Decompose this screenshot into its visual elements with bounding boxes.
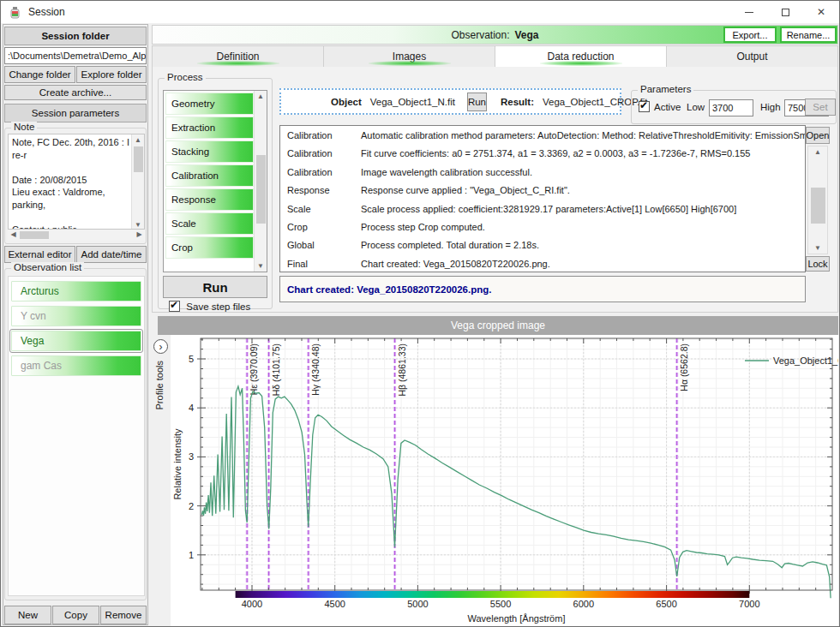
status-message: Chart created: Vega_20150820T220026.png. [279, 276, 806, 302]
svg-text:5500: 5500 [490, 599, 511, 609]
log-message: Chart created: Vega_20150820T220026.png. [361, 259, 550, 272]
svg-text:4: 4 [189, 403, 194, 413]
active-checkbox[interactable]: ✔ [639, 101, 650, 112]
app-window: Session ✕ Session folder :\Documents\Dem… [0, 0, 840, 627]
svg-text:Relative intensity: Relative intensity [172, 428, 183, 500]
process-step-label: Scale [166, 218, 196, 229]
session-parameters-button[interactable]: Session parameters [4, 104, 147, 122]
log-row: CalibrationAutomatic calibration method … [287, 130, 805, 148]
external-editor-button[interactable]: External editor [4, 246, 75, 263]
observation-list: ArcturusY cvnVegagam Cas [8, 276, 145, 596]
low-label: Low [687, 102, 705, 112]
tab-progress-indicator [369, 61, 451, 66]
app-icon [9, 6, 21, 19]
observation-name: gam Cas [12, 360, 62, 372]
note-text[interactable]: Note, FC Dec. 20th, 2016 : I re-r Date :… [12, 136, 130, 230]
high-label: High [760, 102, 781, 112]
session-folder-header: Session folder [4, 27, 147, 45]
log-stage: Final [287, 259, 361, 272]
svg-text:6500: 6500 [656, 599, 676, 609]
close-icon[interactable]: ✕ [803, 1, 839, 23]
sidebar: Session folder :\Documents\Demetra\Demo_… [3, 24, 148, 625]
observation-name: Vega [515, 29, 539, 41]
explore-folder-button[interactable]: Explore folder [76, 66, 147, 83]
title-bar: Session ✕ [1, 1, 839, 23]
svg-text:Hα (6562.8): Hα (6562.8) [679, 343, 689, 391]
folder-path-field[interactable]: :\Documents\Demetra\Demo_Alpy [4, 47, 147, 64]
svg-text:5000: 5000 [407, 599, 428, 609]
observation-list-groupbox: Observation list ArcturusY cvnVegagam Ca… [4, 268, 147, 600]
process-log: CalibrationAutomatic calibration method … [279, 125, 806, 272]
log-stage: Scale [287, 204, 361, 222]
log-stage: Global [287, 240, 361, 258]
svg-text:Hβ (4861.33): Hβ (4861.33) [397, 343, 407, 397]
object-label: Object [331, 97, 362, 107]
observation-label: Observation: [451, 29, 509, 41]
observation-item-arcturus[interactable]: Arcturus [11, 281, 141, 302]
save-step-files-row: ✔ Save step files [169, 301, 250, 313]
export-button[interactable]: Export... [723, 27, 777, 43]
low-field[interactable]: 3700 [709, 99, 753, 116]
svg-text:Wavelength [Ångström]: Wavelength [Ångström] [468, 613, 566, 624]
process-step-crop[interactable]: Crop [165, 236, 254, 259]
save-step-files-checkbox[interactable]: ✔ [169, 301, 180, 312]
copy-button[interactable]: Copy [52, 606, 99, 624]
log-stage: Calibration [287, 167, 361, 185]
log-message: Scale process applied: coefficient:32819… [361, 204, 736, 222]
active-label: Active [654, 102, 681, 112]
expand-chevron-icon[interactable]: › [153, 339, 168, 354]
log-message: Response curve applied : "Vega_Object_C_… [361, 185, 570, 203]
process-step-label: Geometry [166, 99, 215, 109]
add-datetime-button[interactable]: Add date/time [76, 246, 147, 263]
object-bar: Object Vega_Object1_N.fit Run Result: Ve… [279, 88, 621, 115]
process-step-extraction[interactable]: Extraction [165, 116, 254, 139]
observation-item-gam-cas[interactable]: gam Cas [11, 355, 141, 376]
open-button[interactable]: Open [806, 127, 830, 144]
process-step-geometry[interactable]: Geometry [165, 93, 254, 115]
note-hscrollbar[interactable]: ◀ ▶ [8, 230, 145, 241]
remove-button[interactable]: Remove [100, 606, 147, 624]
process-step-calibration[interactable]: Calibration [165, 164, 254, 187]
process-step-stacking[interactable]: Stacking [165, 140, 254, 163]
log-message: Process step Crop computed. [361, 222, 485, 240]
log-message: Fit curve coefficients: a0 = 2751.374, a… [361, 148, 750, 166]
parameters-label: Parameters [638, 84, 693, 94]
new-button[interactable]: New [4, 606, 51, 624]
svg-text:5: 5 [189, 354, 194, 364]
tab-progress-indicator [540, 61, 622, 66]
observation-list-label: Observation list [11, 262, 84, 272]
tab-images[interactable]: Images [324, 45, 495, 68]
spectrum-chart[interactable]: Hε (3970.09)Hδ (4101.75)Hγ (4340.48)Hβ (… [171, 335, 838, 626]
log-stage: Calibration [287, 130, 361, 148]
tab-bar: DefinitionImagesData reductionOutput [152, 45, 838, 68]
tab-progress-indicator [197, 61, 279, 66]
observation-item-y-cvn[interactable]: Y cvn [11, 306, 141, 326]
process-step-label: Crop [166, 242, 193, 253]
object-value: Vega_Object1_N.fit [370, 97, 455, 107]
run-process-button[interactable]: Run [163, 276, 267, 298]
run-object-button[interactable]: Run [467, 93, 487, 111]
tab-output[interactable]: Output [667, 45, 838, 68]
process-step-scale[interactable]: Scale [165, 212, 254, 235]
process-scrollbar[interactable]: ▲ ▼ [254, 91, 267, 272]
tab-definition[interactable]: Definition [152, 45, 324, 68]
note-vscrollbar[interactable]: ▲ ▼ [131, 134, 144, 230]
set-button[interactable]: Set [805, 99, 836, 116]
svg-text:Vega_Object1_CROP.fit: Vega_Object1_CROP.fit [773, 355, 838, 366]
change-folder-button[interactable]: Change folder [4, 66, 75, 83]
log-row: ResponseResponse curve applied : "Vega_O… [287, 185, 805, 203]
log-row: ScaleScale process applied: coefficient:… [287, 204, 805, 222]
tab-data-reduction[interactable]: Data reduction [495, 45, 667, 68]
process-step-response[interactable]: Response [165, 188, 254, 211]
svg-text:Hγ (4340.48): Hγ (4340.48) [310, 343, 321, 396]
maximize-icon[interactable] [767, 1, 803, 23]
create-archive-button[interactable]: Create archive... [4, 85, 147, 100]
observation-item-vega[interactable]: Vega [11, 331, 141, 351]
svg-text:7000: 7000 [739, 599, 759, 609]
rename-button[interactable]: Rename... [780, 27, 837, 43]
minimize-icon[interactable] [731, 1, 767, 23]
log-scrollbar[interactable]: ▲ ▼ [807, 146, 828, 254]
chart-panel-title: Vega cropped image [158, 316, 838, 335]
lock-button[interactable]: Lock [806, 256, 830, 272]
svg-text:Hε (3970.09): Hε (3970.09) [249, 343, 259, 395]
